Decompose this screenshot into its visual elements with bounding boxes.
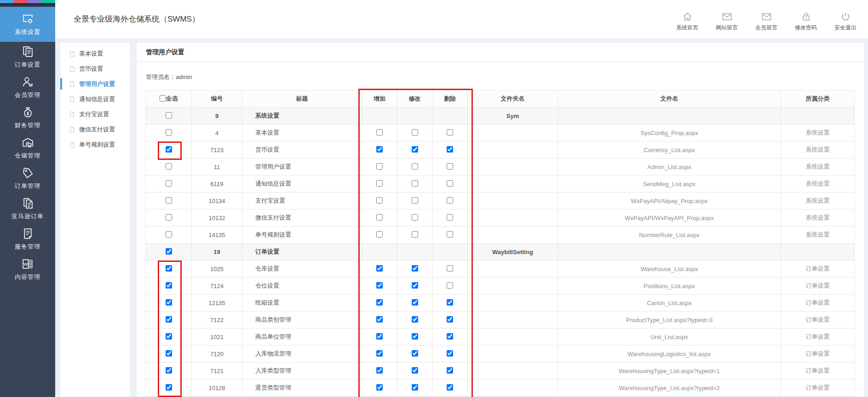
sidebar-item-warehouse-management[interactable]: 仓储管理 <box>0 133 55 163</box>
add-checkbox[interactable] <box>376 384 383 391</box>
row-select-checkbox[interactable] <box>166 299 172 306</box>
add-checkbox[interactable] <box>376 282 383 289</box>
add-checkbox[interactable] <box>376 350 383 357</box>
top-color-strip <box>0 0 55 3</box>
sidebar-item-label: 财务管理 <box>15 121 40 130</box>
del-checkbox[interactable] <box>447 231 453 238</box>
sidebar-item-system-settings[interactable]: 系统设置 <box>0 7 55 42</box>
edit-checkbox[interactable] <box>412 197 418 204</box>
del-checkbox[interactable] <box>447 333 453 340</box>
add-checkbox[interactable] <box>376 163 383 170</box>
submenu-item-alipay-settings[interactable]: 支付宝设置 <box>60 107 130 122</box>
del-checkbox[interactable] <box>447 384 453 391</box>
sidebar-item-label: 系统设置 <box>15 28 40 36</box>
topnav-label: 网站留言 <box>716 24 738 32</box>
topnav-site-messages[interactable]: 网站留言 <box>713 11 741 32</box>
row-select-checkbox[interactable] <box>166 333 172 340</box>
edit-checkbox[interactable] <box>412 180 418 187</box>
cell-file-name: Admin_List.aspx <box>558 159 781 176</box>
add-checkbox[interactable] <box>376 231 383 238</box>
del-checkbox[interactable] <box>447 214 453 221</box>
topnav-change-password[interactable]: 修改密码 <box>792 11 820 32</box>
submenu-item-wechat-pay-settings[interactable]: 微信支付设置 <box>60 122 130 137</box>
edit-checkbox[interactable] <box>412 231 418 238</box>
cell-row-select-checkbox <box>146 295 192 312</box>
edit-checkbox[interactable] <box>412 265 418 272</box>
row-select-checkbox[interactable] <box>166 112 172 119</box>
row-select-checkbox[interactable] <box>166 180 172 187</box>
cell-file-name: Warehouse_List.aspx <box>558 261 781 278</box>
topnav-logout[interactable]: 安全退出 <box>831 11 860 32</box>
del-checkbox[interactable] <box>447 146 453 153</box>
edit-checkbox[interactable] <box>412 282 418 289</box>
edit-checkbox[interactable] <box>412 384 418 391</box>
row-select-checkbox[interactable] <box>166 231 172 238</box>
row-select-checkbox[interactable] <box>166 146 172 153</box>
edit-checkbox[interactable] <box>412 316 418 323</box>
add-checkbox[interactable] <box>376 333 383 340</box>
add-checkbox[interactable] <box>376 146 383 153</box>
del-checkbox[interactable] <box>447 367 453 374</box>
add-checkbox[interactable] <box>376 316 383 323</box>
cell-category: 订单设置 <box>781 312 855 329</box>
edit-checkbox[interactable] <box>412 129 418 136</box>
edit-checkbox[interactable] <box>412 163 418 170</box>
add-checkbox[interactable] <box>376 180 383 187</box>
row-select-checkbox[interactable] <box>166 350 172 357</box>
row-select-checkbox[interactable] <box>166 265 172 272</box>
del-checkbox[interactable] <box>447 299 453 306</box>
del-checkbox[interactable] <box>447 197 453 204</box>
add-checkbox[interactable] <box>376 214 383 221</box>
sidebar-item-member-management[interactable]: 会员管理 <box>0 72 55 102</box>
edit-checkbox[interactable] <box>412 146 418 153</box>
sidebar-item-order-management[interactable]: 订单管理 <box>0 163 55 193</box>
col-header-folder-name: 文件夹名 <box>468 91 558 108</box>
submenu-item-basic-settings[interactable]: 基本设置 <box>60 46 130 61</box>
row-select-checkbox[interactable] <box>166 248 172 255</box>
sidebar-item-order-settings[interactable]: 订单设置 <box>0 42 55 72</box>
edit-checkbox[interactable] <box>412 333 418 340</box>
select-all-checkbox[interactable] <box>160 95 166 102</box>
cell-title: 商品类别管理 <box>242 312 362 329</box>
topnav-member-messages[interactable]: 会员留言 <box>752 11 781 32</box>
row-select-checkbox[interactable] <box>166 282 172 289</box>
row-select-checkbox[interactable] <box>166 367 172 374</box>
del-checkbox[interactable] <box>447 282 453 289</box>
edit-checkbox[interactable] <box>412 214 418 221</box>
row-select-checkbox[interactable] <box>166 384 172 391</box>
submenu-item-admin-user-settings[interactable]: 管理用户设置 <box>60 76 130 91</box>
del-checkbox[interactable] <box>447 316 453 323</box>
sidebar-item-amazon-orders[interactable]: 亚马逊订单 <box>0 193 55 224</box>
cell-row-select-checkbox <box>146 363 192 380</box>
edit-checkbox[interactable] <box>412 367 418 374</box>
cell-category: 系统设置 <box>781 227 855 244</box>
add-checkbox[interactable] <box>376 265 383 272</box>
add-checkbox[interactable] <box>376 367 383 374</box>
sidebar-item-service-management[interactable]: 服务管理 <box>0 224 55 254</box>
row-select-checkbox[interactable] <box>166 129 172 136</box>
header-nav: 系统首页网站留言会员留言修改密码安全退出 <box>673 11 860 32</box>
del-checkbox[interactable] <box>447 265 453 272</box>
sidebar-item-content-management[interactable]: W内容管理 <box>0 254 55 284</box>
edit-checkbox[interactable] <box>412 299 418 306</box>
row-select-checkbox[interactable] <box>166 214 172 221</box>
edit-checkbox[interactable] <box>412 350 418 357</box>
row-select-checkbox[interactable] <box>166 316 172 323</box>
add-checkbox[interactable] <box>376 197 383 204</box>
row-select-checkbox[interactable] <box>166 163 172 170</box>
cell-folder-name <box>468 312 558 329</box>
amazon-order-icon <box>22 197 34 210</box>
add-checkbox[interactable] <box>376 129 383 136</box>
del-checkbox[interactable] <box>447 180 453 187</box>
cell-edit-checkbox <box>397 176 432 193</box>
topnav-home[interactable]: 系统首页 <box>673 11 701 32</box>
submenu-item-notification-settings[interactable]: 通知信息设置 <box>60 91 130 107</box>
del-checkbox[interactable] <box>447 350 453 357</box>
add-checkbox[interactable] <box>376 299 383 306</box>
row-select-checkbox[interactable] <box>166 197 172 204</box>
del-checkbox[interactable] <box>447 163 453 170</box>
submenu-item-number-rule-settings[interactable]: 单号规则设置 <box>60 137 130 152</box>
del-checkbox[interactable] <box>447 129 453 136</box>
sidebar-item-finance-management[interactable]: 财务管理 <box>0 102 55 133</box>
submenu-item-currency-settings[interactable]: 货币设置 <box>60 61 130 76</box>
